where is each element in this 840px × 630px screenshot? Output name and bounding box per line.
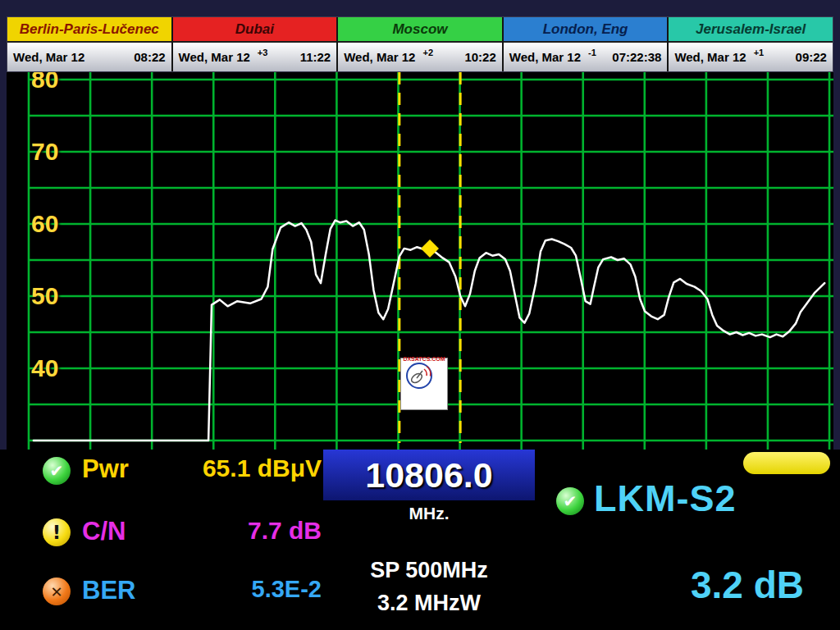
check-glyph: ✔ bbox=[564, 491, 578, 511]
clock-city: Berlin-Paris-Lučenec Wed, Mar 12 08:22 bbox=[7, 17, 173, 71]
lock-status-ok-icon: ✔ bbox=[556, 487, 584, 515]
city-name: Berlin-Paris-Lučenec bbox=[7, 17, 171, 43]
city-date: Wed, Mar 12 bbox=[344, 50, 415, 64]
pwr-value: 65.1 dBμV bbox=[139, 454, 322, 482]
y-axis-label: 70 bbox=[31, 138, 89, 166]
city-time: 07:22:38 bbox=[612, 50, 661, 64]
ber-error-icon: ✕ bbox=[43, 578, 71, 605]
y-axis-label: 60 bbox=[31, 210, 89, 238]
city-time: 11:22 bbox=[300, 50, 331, 64]
city-date: Wed, Mar 12 bbox=[674, 50, 746, 64]
city-time-row: Wed, Mar 12 +1 09:22 bbox=[669, 43, 833, 71]
world-clock-bar: Berlin-Paris-Lučenec Wed, Mar 12 08:22 D… bbox=[7, 16, 833, 72]
city-time-row: Wed, Mar 12 08:22 bbox=[7, 43, 171, 71]
ber-label: BER bbox=[82, 576, 135, 605]
yellow-indicator-button[interactable] bbox=[743, 452, 830, 474]
city-name: London, Eng bbox=[504, 17, 668, 43]
frequency-display[interactable]: 10806.0 bbox=[323, 450, 535, 500]
meter-screen: Berlin-Paris-Lučenec Wed, Mar 12 08:22 D… bbox=[0, 0, 840, 630]
city-name: Moscow bbox=[338, 17, 502, 43]
clock-city: Dubai Wed, Mar 12 +3 11:22 bbox=[173, 17, 339, 71]
city-utc-offset: +3 bbox=[258, 48, 268, 57]
y-axis-label: 40 bbox=[31, 354, 89, 382]
modulation-standard: LKM-S2 bbox=[594, 477, 737, 520]
clock-city: Moscow Wed, Mar 12 +2 10:22 bbox=[338, 17, 504, 71]
clock-city: London, Eng Wed, Mar 12 -1 07:22:38 bbox=[504, 17, 669, 71]
y-axis-label: 50 bbox=[31, 282, 89, 310]
spectrum-display: 80 70 60 50 40 DXSATCS.COM bbox=[7, 72, 833, 450]
ber-value: 5.3E-2 bbox=[139, 576, 322, 603]
center-frequency-marker bbox=[421, 240, 439, 258]
dxsatcs-watermark: DXSATCS.COM bbox=[400, 358, 448, 410]
pwr-status-ok-icon: ✔ bbox=[43, 457, 71, 485]
cn-value: 7.7 dB bbox=[139, 517, 322, 545]
y-axis-label: 80 bbox=[31, 72, 89, 94]
city-name: Dubai bbox=[173, 17, 337, 43]
cross-glyph: ✕ bbox=[50, 583, 62, 600]
city-date: Wed, Mar 12 bbox=[179, 50, 250, 64]
city-time-row: Wed, Mar 12 +2 10:22 bbox=[338, 43, 502, 71]
readout-panel: ✔ Pwr 65.1 dBμV 10806.0 MHz. ✔ LKM-S2 ! … bbox=[0, 450, 840, 630]
city-date: Wed, Mar 12 bbox=[509, 50, 581, 64]
city-utc-offset: +2 bbox=[422, 48, 433, 57]
city-utc-offset: -1 bbox=[588, 48, 596, 57]
city-time: 09:22 bbox=[796, 50, 827, 64]
pwr-label: Pwr bbox=[82, 454, 129, 484]
city-time-row: Wed, Mar 12 -1 07:22:38 bbox=[504, 43, 668, 71]
city-time: 10:22 bbox=[464, 50, 495, 64]
city-name: Jerusalem-Israel bbox=[669, 17, 833, 43]
city-time: 08:22 bbox=[134, 50, 165, 64]
link-margin-value: 3.2 dB bbox=[691, 563, 804, 607]
cn-label: C/N bbox=[82, 517, 126, 546]
bandwidth-setting: 3.2 MHzW bbox=[323, 591, 535, 616]
span-setting: SP 500MHz bbox=[323, 558, 535, 583]
clock-city: Jerusalem-Israel Wed, Mar 12 +1 09:22 bbox=[669, 17, 833, 71]
check-glyph: ✔ bbox=[50, 461, 64, 481]
city-utc-offset: +1 bbox=[754, 48, 765, 57]
city-date: Wed, Mar 12 bbox=[13, 50, 84, 64]
cn-warning-icon: ! bbox=[43, 518, 71, 546]
exclamation-glyph: ! bbox=[52, 522, 62, 543]
city-time-row: Wed, Mar 12 +3 11:22 bbox=[173, 43, 337, 71]
satellite-dish-logo-icon bbox=[401, 358, 437, 396]
frequency-unit: MHz. bbox=[323, 504, 535, 523]
